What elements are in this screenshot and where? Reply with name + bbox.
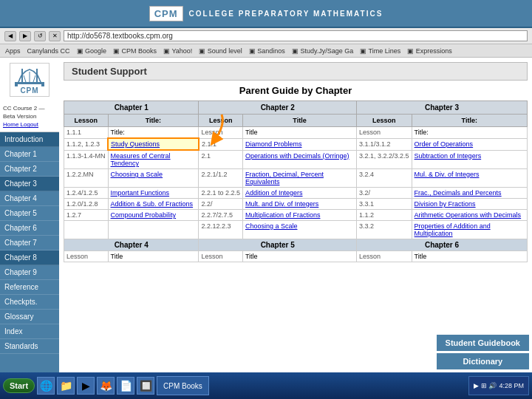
svg-rect-9 (41, 82, 44, 86)
bookmarks-bar: Apps Canylands CC ▣ Google ▣ CPM Books ▣… (0, 44, 532, 58)
sidebar-item-chapter9[interactable]: Chapter 9 (0, 265, 59, 280)
lesson-num: 1.2.0/1.2.8 (64, 199, 109, 210)
lesson-title: Arithmetic Operations with Decimals (412, 210, 527, 221)
course-name: CC Course 2 — Beta Version (3, 105, 44, 120)
lesson-num (64, 221, 109, 239)
taskbar-icon-firefox[interactable]: 🦊 (97, 377, 115, 395)
sidebar-item-chapter4[interactable]: Chapter 4 (0, 191, 59, 206)
taskbar-icon-app1[interactable]: 🔲 (137, 377, 154, 395)
student-support-header: Student Support (64, 62, 528, 81)
lesson-title: Diamond Problems (242, 138, 356, 150)
cpm-logo: CPM (149, 6, 183, 21)
content-area: Student Support Parent Guide by Chapter … (59, 58, 532, 372)
sidebar-item-chapter5[interactable]: Chapter 5 (0, 206, 59, 221)
tray-time: 4:28 PM (499, 382, 524, 389)
lesson-title: Subtraction of Integers (412, 150, 527, 169)
sidebar-logo: CPM (10, 63, 50, 97)
lesson-title: Multiplication of Fractions (242, 210, 356, 221)
sidebar-item-chapter2[interactable]: Chapter 2 (0, 162, 59, 177)
sidebar-item-chapter6[interactable]: Chapter 6 (0, 221, 59, 236)
lesson-title: Title: (412, 127, 527, 139)
sidebar-item-glossary[interactable]: Glossary (0, 310, 59, 324)
sidebar-item-chapter7[interactable]: Chapter 7 (0, 236, 59, 250)
taskbar-icon-ie[interactable]: 🌐 (37, 377, 55, 395)
url-bar[interactable] (64, 30, 528, 41)
lesson-title: Frac., Decimals and Percents (412, 188, 527, 199)
taskbar-window-label: CPM Books (163, 382, 202, 390)
start-label: Start (10, 381, 28, 390)
sidebar: CPM CC Course 2 — Beta Version Home Logo… (0, 58, 59, 372)
taskbar-icon-adobe[interactable]: 📄 (117, 377, 134, 395)
ch1-lesson-header: Lesson (64, 115, 109, 127)
sidebar-item-standards[interactable]: Standards (0, 339, 59, 354)
highlighted-study-questions[interactable]: Study Questions (108, 138, 199, 150)
lesson-num: Lesson (357, 127, 412, 139)
sidebar-item-chapter1[interactable]: Chapter 1 (0, 147, 59, 162)
system-tray: ▶ ⊞ 🔊 4:28 PM (468, 376, 529, 395)
sidebar-item-chapter8[interactable]: Chapter 8 (0, 250, 59, 265)
chapter5-subheader: Chapter 5 (199, 239, 357, 251)
bookmark-canylands[interactable]: Canylands CC (25, 47, 72, 55)
lesson-num: Lesson (199, 127, 243, 139)
sidebar-item-index[interactable]: Index (0, 324, 59, 339)
sidebar-item-chapter3[interactable]: Chapter 3 (0, 177, 59, 191)
bookmark-time[interactable]: ▣ Time Lines (358, 47, 403, 55)
lesson-title: Order of Operations (412, 138, 527, 150)
lesson-num: 1.2.2.MN (64, 169, 109, 188)
bookmark-study[interactable]: ▣ Study.Jy/Sage Ga (290, 47, 355, 55)
lesson-title: Properties of Addition and Multiplicatio… (412, 221, 527, 239)
sidebar-item-checkpts[interactable]: Checkpts. (0, 295, 59, 310)
lesson-num: 2.1 (199, 150, 243, 169)
cpm-text: CPM (20, 86, 38, 95)
lesson-num: 1.1.2, 1.2.3 (64, 138, 109, 150)
lesson-title: Choosing a Scale (108, 169, 199, 188)
ch1-title-header: Title: (108, 115, 199, 127)
bookmark-yahoo[interactable]: ▣ Yahoo! (161, 47, 194, 55)
top-banner: CPM COLLEGE PREPARATORY MATHEMATICS (0, 0, 532, 28)
lesson-title: Title (108, 251, 199, 262)
dictionary-button[interactable]: Dictionary (437, 353, 529, 369)
stop-button[interactable]: ✕ (49, 31, 61, 41)
lesson-num: 1.2.7 (64, 210, 109, 221)
home-logout-link[interactable]: Home Logout (3, 121, 38, 128)
table-row: 1.1.3-1.4-MN Measures of Central Tendenc… (64, 150, 528, 169)
lesson-title: Compound Probability (108, 210, 199, 221)
student-guidebook-button[interactable]: Student Guidebook (437, 335, 529, 351)
svg-rect-0 (15, 82, 44, 84)
taskbar-window-cpm[interactable]: CPM Books (157, 376, 209, 395)
back-button[interactable]: ◀ (4, 31, 16, 41)
forward-button[interactable]: ▶ (19, 31, 31, 41)
bookmark-expressions[interactable]: ▣ Expressions (405, 47, 454, 55)
lesson-num: 2.2.7/2.7.5 (199, 210, 243, 221)
lesson-num: 2.1.1 (199, 138, 243, 150)
bottom-buttons: Student Guidebook Dictionary (437, 335, 529, 369)
taskbar-icon-media[interactable]: ▶ (77, 377, 95, 395)
bookmark-sandinos[interactable]: ▣ Sandinos (247, 47, 287, 55)
lesson-num: 3.1.1/3.1.2 (357, 138, 412, 150)
table-row: 1.2.0/1.2.8 Addition & Sub. of Fractions… (64, 199, 528, 210)
sidebar-item-reference[interactable]: Reference (0, 280, 59, 295)
lesson-title: Important Functions (108, 188, 199, 199)
table-row: Lesson Title Lesson Title Lesson Title (64, 251, 528, 262)
sidebar-logo-area: CPM (0, 58, 59, 102)
ch3-title-header: Title: (412, 115, 527, 127)
chapter2-header: Chapter 2 (199, 101, 357, 115)
chapter3-header: Chapter 3 (357, 101, 528, 115)
lesson-num: Lesson (64, 251, 109, 262)
bookmark-google[interactable]: ▣ Google (75, 47, 109, 55)
bookmark-cpm[interactable]: ▣ CPM Books (111, 47, 159, 55)
bookmark-apps[interactable]: Apps (3, 47, 23, 55)
taskbar-icon-folder[interactable]: 📁 (57, 377, 75, 395)
lesson-title: Mul. & Div. of Integers (412, 169, 527, 188)
lesson-num: 3.2.4 (357, 169, 412, 188)
bookmark-sound[interactable]: ▣ Sound level (197, 47, 245, 55)
course-info: CC Course 2 — Beta Version Home Logout (0, 102, 59, 132)
bridge-icon (15, 66, 44, 86)
sidebar-item-introduction[interactable]: Introduction (0, 132, 59, 147)
ch3-lesson-header: Lesson (357, 115, 412, 127)
reload-button[interactable]: ↺ (34, 31, 46, 41)
start-button[interactable]: Start (3, 378, 35, 393)
lesson-num: 2.2.1/1.2 (199, 169, 243, 188)
lesson-title: Operations with Decimals (Orringe) (242, 150, 356, 169)
lesson-num: 3.3.2 (357, 221, 412, 239)
